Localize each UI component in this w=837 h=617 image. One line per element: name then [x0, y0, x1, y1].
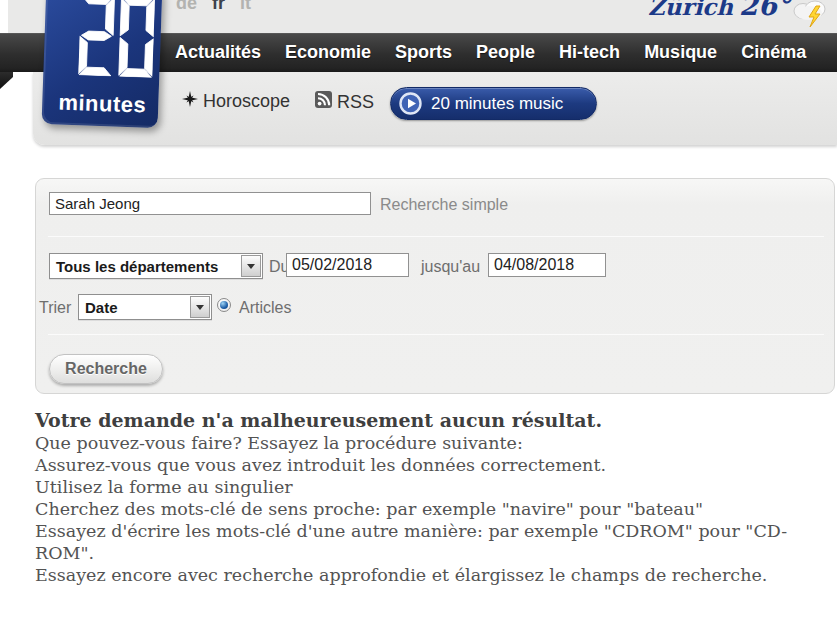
- horoscope-link[interactable]: Horoscope: [182, 91, 290, 112]
- lang-link-fr[interactable]: fr: [212, 0, 225, 14]
- department-select[interactable]: Tous les départements: [49, 253, 263, 279]
- rss-link[interactable]: RSS: [315, 91, 374, 113]
- logo-digits-20: [78, 0, 155, 82]
- weather-city: Zürich: [648, 0, 733, 20]
- no-results-title: Votre demande n'a malheureusement aucun …: [35, 408, 815, 432]
- nav-item-economie[interactable]: Economie: [285, 42, 371, 63]
- search-panel: Recherche simple Tous les départements D…: [35, 178, 835, 394]
- lang-link-de[interactable]: de: [176, 0, 197, 14]
- rss-icon: [315, 91, 332, 113]
- horoscope-star-icon: [182, 91, 198, 112]
- play-icon: [399, 92, 422, 115]
- results-hint-line: Que pouvez-vous faire? Essayez la procéd…: [35, 432, 815, 454]
- logo-word: minutes: [48, 89, 157, 119]
- nav-item-hitech[interactable]: Hi-tech: [559, 42, 620, 63]
- nav-item-sports[interactable]: Sports: [395, 42, 452, 63]
- sort-select[interactable]: Date: [78, 294, 212, 320]
- date-to-input[interactable]: [488, 253, 606, 277]
- search-query-input[interactable]: [49, 192, 371, 215]
- music-button-label: 20 minutes music: [431, 94, 563, 114]
- nav-item-musique[interactable]: Musique: [644, 42, 717, 63]
- weather-widget[interactable]: Zürich 26°: [648, 0, 790, 21]
- storm-cloud-icon: [789, 0, 831, 32]
- search-button[interactable]: Recherche: [49, 354, 163, 384]
- nav-item-cinema[interactable]: Cinéma: [741, 42, 806, 63]
- date-to-label: jusqu'au: [421, 258, 480, 276]
- music-button[interactable]: 20 minutes music: [390, 87, 597, 120]
- simple-search-label: Recherche simple: [380, 196, 508, 214]
- chevron-down-icon[interactable]: [190, 296, 210, 318]
- panel-divider: [48, 236, 824, 237]
- results-hint-line: Assurez-vous que vous avez introduit les…: [35, 454, 815, 476]
- language-switcher: de fr it: [176, 0, 251, 14]
- department-select-value: Tous les départements: [50, 254, 240, 278]
- date-from-input[interactable]: [286, 253, 409, 277]
- results-hint-line: Essayez encore avec recherche approfondi…: [35, 564, 815, 586]
- results-hint-line: Utilisez la forme au singulier: [35, 476, 815, 498]
- page: de fr it Zürich 26° Actualités Economie …: [0, 0, 837, 617]
- main-navigation: Actualités Economie Sports People Hi-tec…: [175, 33, 837, 72]
- articles-radio-label: Articles: [239, 299, 291, 317]
- radio-selected-dot: [220, 301, 228, 309]
- nav-item-people[interactable]: People: [476, 42, 535, 63]
- nav-item-actualites[interactable]: Actualités: [175, 42, 261, 63]
- chevron-down-icon[interactable]: [241, 255, 261, 277]
- nav-ribbon-fold: [0, 72, 13, 89]
- sort-select-value: Date: [79, 295, 189, 319]
- panel-divider: [48, 334, 824, 335]
- sort-label: Trier: [39, 299, 71, 317]
- weather-temperature: 26°: [739, 0, 790, 21]
- lang-link-it[interactable]: it: [240, 0, 251, 14]
- site-logo[interactable]: minutes: [42, 0, 163, 128]
- search-results-message: Votre demande n'a malheureusement aucun …: [35, 408, 815, 586]
- rss-label: RSS: [337, 92, 374, 113]
- articles-radio[interactable]: [217, 298, 231, 312]
- results-hint-line: Essayez d'écrire les mots-clé d'une autr…: [35, 520, 815, 564]
- results-hint-line: Cherchez des mots-clé de sens proche: pa…: [35, 498, 815, 520]
- horoscope-label: Horoscope: [203, 91, 290, 112]
